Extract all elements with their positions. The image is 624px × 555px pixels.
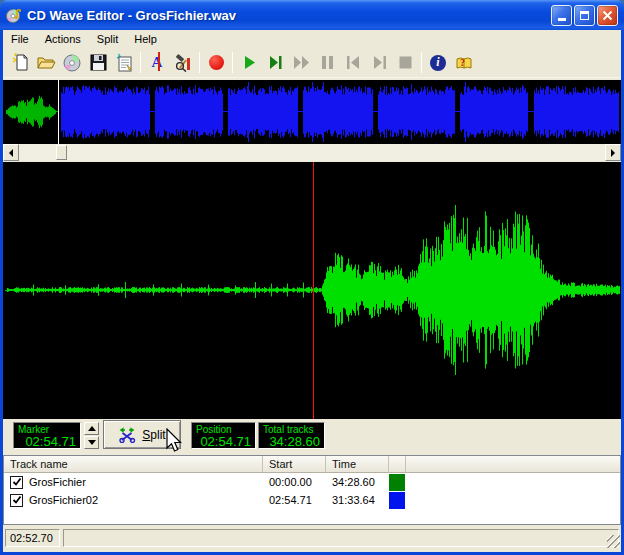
- marker-up-button[interactable]: [84, 422, 99, 435]
- stop-icon: [399, 56, 412, 69]
- next-track-button[interactable]: [366, 50, 392, 75]
- new-file-button[interactable]: [7, 50, 33, 75]
- svg-text:?: ?: [460, 57, 465, 68]
- toolbar: A: [3, 48, 621, 78]
- overview-waveform-canvas[interactable]: [3, 80, 621, 144]
- menu-bar: File Actions Split Help: [3, 30, 621, 48]
- play-to-marker-button[interactable]: [262, 50, 288, 75]
- menu-file[interactable]: File: [3, 31, 37, 47]
- options-button[interactable]: [170, 50, 196, 75]
- track-list: Track name Start Time GrosFichier 00:00.…: [3, 455, 621, 525]
- down-arrow-icon: [88, 440, 96, 445]
- maximize-button[interactable]: [574, 5, 595, 26]
- split-button-label: Split: [142, 428, 165, 442]
- marker-display: Marker 02:54.71: [13, 422, 81, 449]
- main-waveform-canvas[interactable]: [3, 162, 621, 419]
- record-icon: [209, 55, 224, 70]
- convert-icon: [115, 53, 134, 72]
- track-1-time: 34:28.60: [326, 476, 389, 488]
- menu-help[interactable]: Help: [126, 31, 165, 47]
- header-track-name[interactable]: Track name: [4, 456, 263, 473]
- fast-forward-icon: [293, 55, 310, 70]
- next-track-icon: [372, 55, 387, 70]
- check-icon: [12, 477, 22, 487]
- window-title: CD Wave Editor - GrosFichier.wav: [27, 8, 549, 23]
- total-tracks-display: Total tracks 34:28.60: [258, 422, 325, 449]
- track-1-start: 00:00.00: [263, 476, 326, 488]
- status-time: 02:52.70: [5, 529, 60, 547]
- save-floppy-icon: [90, 54, 107, 71]
- new-file-icon: [12, 53, 29, 72]
- track-list-header: Track name Start Time: [4, 456, 620, 473]
- convert-button[interactable]: [111, 50, 137, 75]
- stop-button[interactable]: [392, 50, 418, 75]
- play-icon: [242, 55, 257, 70]
- track-2-start: 02:54.71: [263, 494, 326, 506]
- track-row-2[interactable]: GrosFichier02 02:54.71 31:33.64: [4, 491, 620, 509]
- track-row-1[interactable]: GrosFichier 00:00.00 34:28.60: [4, 473, 620, 491]
- record-button[interactable]: [203, 50, 229, 75]
- menu-actions[interactable]: Actions: [37, 31, 89, 47]
- minimize-button[interactable]: [551, 5, 572, 26]
- play-button[interactable]: [236, 50, 262, 75]
- scroll-left-button[interactable]: [3, 144, 19, 161]
- controls-row: Marker 02:54.71 Split Position 02:5: [3, 419, 621, 452]
- track-1-checkbox[interactable]: [10, 476, 23, 489]
- menu-split[interactable]: Split: [89, 31, 126, 47]
- header-time[interactable]: Time: [326, 456, 389, 473]
- header-color[interactable]: [389, 456, 406, 473]
- previous-track-button[interactable]: [340, 50, 366, 75]
- open-cd-button[interactable]: [59, 50, 85, 75]
- minimize-icon: [558, 18, 566, 21]
- fast-forward-button[interactable]: [288, 50, 314, 75]
- waveform-scrollbar[interactable]: [3, 144, 621, 161]
- cd-wave-editor-window: CD Wave Editor - GrosFichier.wav File Ac…: [0, 0, 624, 555]
- help-button[interactable]: ?: [451, 50, 477, 75]
- options-tools-icon: [174, 54, 192, 72]
- title-bar: CD Wave Editor - GrosFichier.wav: [0, 0, 624, 30]
- pause-icon: [321, 55, 334, 70]
- cd-icon: [63, 54, 81, 72]
- position-display: Position 02:54.71: [191, 422, 256, 449]
- track-1-name: GrosFichier: [29, 476, 86, 488]
- status-main-panel: [63, 529, 619, 547]
- marker-down-button[interactable]: [84, 436, 99, 449]
- marker-spinner: [84, 422, 99, 449]
- toolbar-separator: [199, 52, 200, 73]
- track-2-checkbox[interactable]: [10, 494, 23, 507]
- header-start[interactable]: Start: [263, 456, 326, 473]
- pause-button[interactable]: [314, 50, 340, 75]
- goto-marker-button[interactable]: A: [144, 50, 170, 75]
- toolbar-separator: [232, 52, 233, 73]
- toolbar-separator: [421, 52, 422, 73]
- maximize-icon: [580, 11, 589, 20]
- open-file-button[interactable]: [33, 50, 59, 75]
- track-2-color-swatch: [389, 492, 405, 509]
- scrollbar-thumb[interactable]: [56, 145, 67, 160]
- help-book-icon: ?: [455, 55, 473, 71]
- position-value: 02:54.71: [196, 435, 251, 449]
- save-button[interactable]: [85, 50, 111, 75]
- status-bar: 02:52.70: [3, 527, 621, 549]
- play-to-marker-icon: [268, 55, 283, 70]
- app-icon: [6, 7, 22, 23]
- scroll-right-button[interactable]: [605, 144, 621, 161]
- close-button[interactable]: [597, 5, 618, 26]
- goto-marker-icon: A: [152, 54, 163, 71]
- resize-grip[interactable]: [607, 535, 620, 548]
- main-waveform[interactable]: [3, 162, 621, 419]
- split-button[interactable]: Split: [103, 420, 181, 449]
- check-icon: [12, 495, 22, 505]
- track-1-color-swatch: [389, 474, 405, 491]
- total-tracks-value: 34:28.60: [263, 435, 320, 449]
- window-body: File Actions Split Help: [0, 30, 624, 555]
- up-arrow-icon: [88, 426, 96, 431]
- scroll-left-icon: [9, 149, 13, 157]
- track-2-time: 31:33.64: [326, 494, 389, 506]
- split-scissors-icon: [118, 427, 138, 443]
- info-icon: i: [430, 55, 446, 71]
- previous-track-icon: [346, 55, 361, 70]
- overview-waveform[interactable]: [3, 80, 621, 144]
- header-filler: [406, 456, 620, 473]
- file-info-button[interactable]: i: [425, 50, 451, 75]
